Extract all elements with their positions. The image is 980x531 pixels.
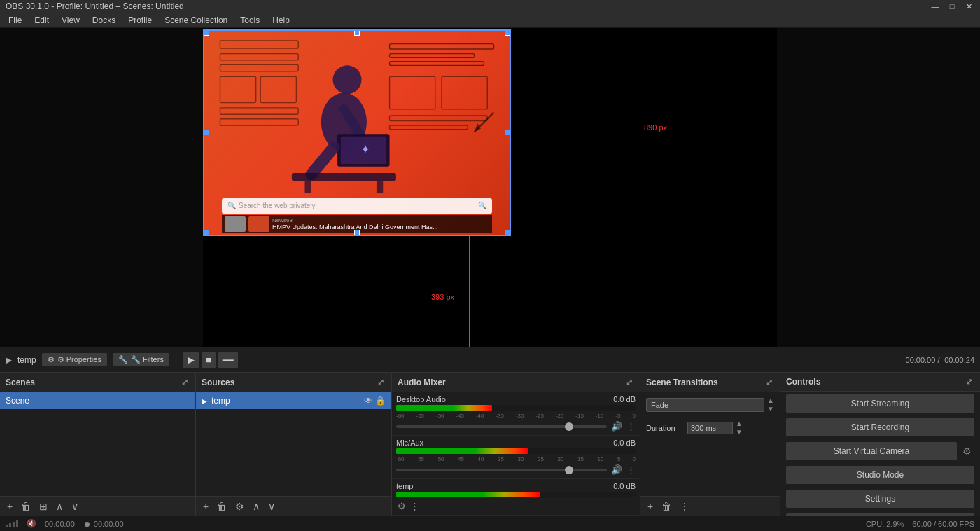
menu-profile[interactable]: Profile xyxy=(122,14,158,27)
maximize-btn[interactable]: □ xyxy=(946,2,958,11)
desktop-audio-slider[interactable] xyxy=(396,425,607,428)
menu-docks[interactable]: Docks xyxy=(87,14,121,27)
transitions-panel: Scene Transitions ⤢ Fade ▲ ▼ Duration ▲ xyxy=(640,373,780,516)
handle-bc[interactable] xyxy=(354,230,360,235)
minimize-btn[interactable]: — xyxy=(930,2,941,11)
close-btn[interactable]: ✕ xyxy=(963,2,974,11)
mic-audio-scale: -60-55-50-45-40-35-30-25-20-15-10-50 xyxy=(396,456,636,462)
preview-area: ✦ 🔍 Search the web privately 🔍 xyxy=(0,28,980,347)
start-streaming-button[interactable]: Start Streaming xyxy=(786,394,974,413)
stop-button[interactable]: ■ xyxy=(202,352,216,368)
source-item-temp[interactable]: ▶ temp 👁 🔒 xyxy=(196,392,391,409)
video-content[interactable]: ✦ 🔍 Search the web privately 🔍 xyxy=(203,29,511,236)
mic-audio-thumb[interactable] xyxy=(565,466,573,474)
mic-audio-more-btn[interactable]: ⋮ xyxy=(626,464,636,475)
audio-channel-desktop-header: Desktop Audio 0.0 dB xyxy=(396,395,636,404)
scenes-delete-button[interactable]: 🗑 xyxy=(18,499,34,513)
svg-rect-5 xyxy=(390,116,488,120)
transition-arrow-up[interactable]: ▲ xyxy=(767,396,774,404)
transition-arrow-down[interactable]: ▼ xyxy=(767,405,774,413)
menu-scene-collection[interactable]: Scene Collection xyxy=(159,14,233,27)
virtual-camera-settings-icon[interactable]: ⚙ xyxy=(960,443,974,460)
svg-rect-6 xyxy=(390,125,468,130)
studio-mode-button[interactable]: Studio Mode xyxy=(786,466,974,484)
temp-audio-more-btn[interactable]: ⋮ xyxy=(410,501,419,511)
duration-arrow-up[interactable]: ▲ xyxy=(736,420,743,427)
handle-tc[interactable] xyxy=(354,30,360,36)
scene-play-icon[interactable]: ▶ xyxy=(6,355,12,365)
scenes-expand-icon[interactable]: ⤢ xyxy=(180,376,190,389)
sources-add-button[interactable]: + xyxy=(200,499,211,513)
duration-arrow-down[interactable]: ▼ xyxy=(736,428,743,436)
dash-button[interactable]: — xyxy=(218,352,238,368)
handle-tr[interactable] xyxy=(505,30,510,36)
transitions-delete-button[interactable]: 🗑 xyxy=(659,499,674,513)
scenes-list: Scene xyxy=(0,392,195,496)
menu-tools[interactable]: Tools xyxy=(234,14,265,27)
source-lock-icon[interactable]: 🔒 xyxy=(375,396,386,406)
menu-view[interactable]: View xyxy=(56,14,85,27)
h-measurement-label: 890 px xyxy=(644,123,667,132)
circle-icon: ⏺ xyxy=(83,520,91,528)
desktop-audio-mute-btn[interactable]: 🔊 xyxy=(610,420,624,432)
audio-panel-header: Audio Mixer ⤢ xyxy=(392,373,640,392)
play-button[interactable]: ▶ xyxy=(183,352,199,368)
audio-panel: Audio Mixer ⤢ Desktop Audio 0.0 dB xyxy=(392,373,640,516)
handle-bl[interactable] xyxy=(204,230,209,235)
controls-title: Controls xyxy=(786,377,820,387)
sources-down-button[interactable]: ∨ xyxy=(265,499,278,513)
svg-rect-23 xyxy=(292,172,396,180)
start-virtual-camera-button[interactable]: Start Virtual Camera xyxy=(786,442,957,460)
menu-edit[interactable]: Edit xyxy=(29,14,55,27)
desktop-audio-thumb[interactable] xyxy=(565,422,573,431)
source-visible-icon[interactable]: 👁 xyxy=(364,396,372,406)
scenes-down-button[interactable]: ∨ xyxy=(69,499,81,513)
transitions-more-button[interactable]: ⋮ xyxy=(677,499,692,513)
scenes-up-button[interactable]: ∧ xyxy=(53,499,66,513)
scenes-header-icons: ⤢ xyxy=(180,376,190,389)
bottom-panel: Scenes ⤢ Scene + 🗑 ⊞ ∧ ∨ Sources xyxy=(0,372,980,516)
scenes-grid-button[interactable]: ⊞ xyxy=(36,499,50,513)
signal-status xyxy=(6,520,18,527)
handle-mr[interactable] xyxy=(505,130,510,135)
start-recording-button[interactable]: Start Recording xyxy=(786,418,974,436)
audio-expand-icon[interactable]: ⤢ xyxy=(624,376,634,389)
transition-type-select[interactable]: Fade xyxy=(646,398,764,412)
temp-audio-settings-btn[interactable]: ⚙ xyxy=(396,500,407,512)
sources-delete-button[interactable]: 🗑 xyxy=(214,499,230,513)
desktop-audio-more-btn[interactable]: ⋮ xyxy=(626,421,636,432)
duration-input[interactable] xyxy=(687,422,733,434)
mic-audio-meter xyxy=(396,448,636,454)
controls-header-icons: ⤢ xyxy=(965,375,974,388)
scene-item-scene[interactable]: Scene xyxy=(0,392,195,409)
mic-audio-mute-btn[interactable]: 🔊 xyxy=(610,464,624,476)
preview-controls: ▶ ■ — xyxy=(183,352,238,368)
sources-settings-button[interactable]: ⚙ xyxy=(232,499,247,513)
transitions-add-button[interactable]: + xyxy=(645,499,656,513)
search-button[interactable]: 🔍 xyxy=(478,202,486,209)
filters-button[interactable]: 🔧 🔧 Filters xyxy=(113,353,169,366)
properties-button[interactable]: ⚙ Settings ⚙ Properties xyxy=(42,353,107,366)
menu-help[interactable]: Help xyxy=(267,14,295,27)
handle-br[interactable] xyxy=(505,230,510,235)
svg-marker-8 xyxy=(475,123,481,132)
settings-button[interactable]: Settings xyxy=(786,490,974,508)
scenes-add-button[interactable]: + xyxy=(4,499,15,513)
statusbar: 🔇 00:00:00 ⏺ 00:00:00 CPU: 2.9% 60.00 / … xyxy=(0,516,980,531)
mic-audio-fill xyxy=(396,448,528,454)
svg-rect-1 xyxy=(390,53,475,57)
sources-list: ▶ temp 👁 🔒 xyxy=(196,392,391,496)
sources-up-button[interactable]: ∧ xyxy=(250,499,262,513)
sources-expand-icon[interactable]: ⤢ xyxy=(376,376,386,389)
duration-arrows: ▲ ▼ xyxy=(736,420,743,436)
transition-select-arrows: ▲ ▼ xyxy=(767,396,774,413)
audio-channel-desktop: Desktop Audio 0.0 dB -60-55-50-45-40-35-… xyxy=(392,392,640,436)
duration-label: Duration xyxy=(646,424,685,432)
video-illustration: ✦ xyxy=(204,31,510,194)
menu-file[interactable]: File xyxy=(3,14,27,27)
transitions-expand-icon[interactable]: ⤢ xyxy=(764,376,774,389)
handle-ml[interactable] xyxy=(204,130,209,135)
mic-audio-slider[interactable] xyxy=(396,469,607,471)
controls-expand-icon[interactable]: ⤢ xyxy=(965,375,974,388)
handle-tl[interactable] xyxy=(204,30,209,36)
